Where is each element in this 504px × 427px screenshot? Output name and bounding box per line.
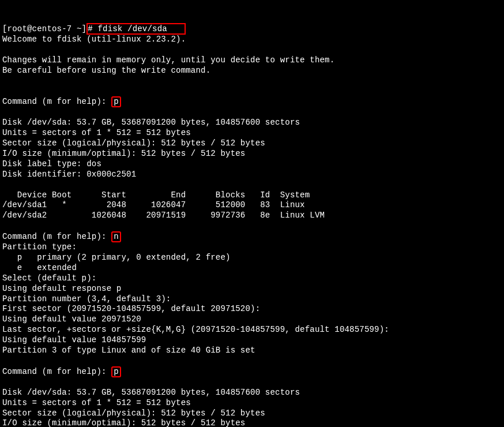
fdisk-input-p2[interactable]: p bbox=[114, 367, 119, 376]
partition-created-line: Partition 3 of type Linux and of size 40… bbox=[2, 346, 255, 355]
disk-info-line: I/O size (minimum/optimal): 512 bytes / … bbox=[2, 149, 245, 158]
partition-row: /dev/sda2 1026048 20971519 9972736 8e Li… bbox=[2, 211, 325, 220]
last-sector-line: Last sector, +sectors or +size{K,M,G} (2… bbox=[2, 325, 389, 334]
disk-info-line: Disk identifier: 0x000c2501 bbox=[2, 170, 136, 179]
partition-row: /dev/sda1 * 2048 1026047 512000 83 Linux bbox=[2, 200, 305, 209]
partition-number-line: Partition number (3,4, default 3): bbox=[2, 294, 171, 304]
fdisk-prompt-label: Command (m for help): bbox=[2, 232, 111, 241]
fdisk-input-highlight: p bbox=[111, 366, 121, 377]
fdisk-welcome: Welcome to fdisk (util-linux 2.23.2). bbox=[2, 35, 186, 44]
fdisk-input-n[interactable]: n bbox=[114, 232, 119, 241]
partition-table-header: Device Boot Start End Blocks Id System bbox=[2, 190, 310, 200]
disk-info-line: I/O size (minimum/optimal): 512 bytes / … bbox=[2, 418, 245, 427]
fdisk-notice-line2: Be careful before using the write comman… bbox=[2, 66, 210, 75]
fdisk-input-highlight: n bbox=[111, 231, 121, 242]
fdisk-input-highlight: p bbox=[111, 96, 121, 107]
disk-info-line: Disk /dev/sda: 53.7 GB, 53687091200 byte… bbox=[2, 118, 300, 127]
fdisk-prompt-label: Command (m for help): bbox=[2, 97, 111, 106]
partition-select-line: Select (default p): bbox=[2, 274, 96, 283]
default-value-line: Using default value 104857599 bbox=[2, 335, 146, 344]
fdisk-notice-line1: Changes will remain in memory only, unti… bbox=[2, 55, 334, 65]
disk-info-line: Units = sectors of 1 * 512 = 512 bytes bbox=[2, 398, 191, 407]
shell-prompt: [root@centos-7 ~] bbox=[2, 24, 86, 33]
default-value-line: Using default value 20971520 bbox=[2, 314, 141, 324]
disk-info-line: Sector size (logical/physical): 512 byte… bbox=[2, 409, 265, 418]
fdisk-prompt-label: Command (m for help): bbox=[2, 367, 111, 376]
disk-info-line: Disk label type: dos bbox=[2, 159, 101, 168]
shell-command: fdisk /dev/sda bbox=[97, 24, 167, 33]
prompt-hash: # bbox=[88, 24, 93, 33]
shell-command-highlight: # fdisk /dev/sda bbox=[86, 23, 185, 35]
partition-type-line: e extended bbox=[2, 263, 77, 272]
partition-type-line: Partition type: bbox=[2, 242, 77, 252]
disk-info-line: Disk /dev/sda: 53.7 GB, 53687091200 byte… bbox=[2, 388, 300, 397]
disk-info-line: Units = sectors of 1 * 512 = 512 bytes bbox=[2, 128, 191, 137]
fdisk-input-p1[interactable]: p bbox=[114, 97, 119, 106]
partition-type-line: p primary (2 primary, 0 extended, 2 free… bbox=[2, 253, 231, 262]
partition-default-line: Using default response p bbox=[2, 284, 121, 293]
first-sector-line: First sector (20971520-104857599, defaul… bbox=[2, 304, 260, 313]
disk-info-line: Sector size (logical/physical): 512 byte… bbox=[2, 138, 265, 148]
